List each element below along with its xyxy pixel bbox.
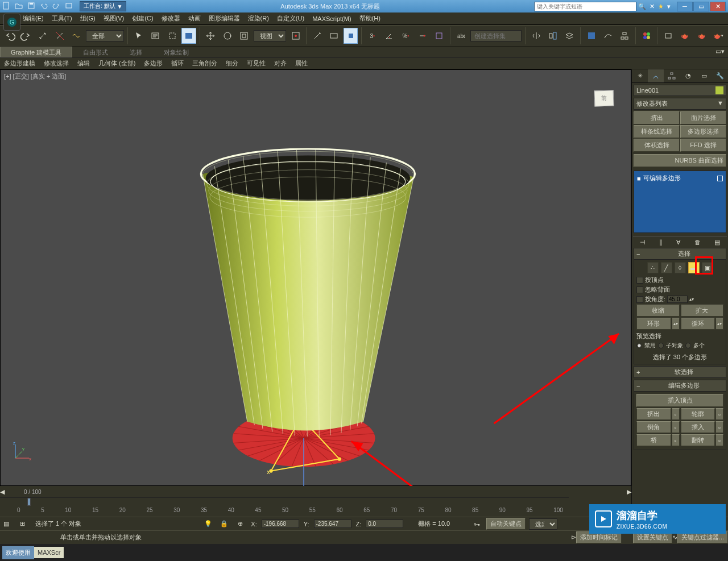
panel-visibility[interactable]: 可见性	[243, 58, 270, 69]
named-sel-icon[interactable]: abc	[454, 28, 468, 44]
tab-selection[interactable]: 选择	[119, 47, 153, 57]
mod-spline-select-button[interactable]: 样条线选择	[634, 125, 680, 138]
bridge-button[interactable]: 桥	[636, 434, 671, 446]
render-button[interactable]: 🫖	[694, 28, 709, 44]
menu-help[interactable]: 帮助(H)	[359, 14, 380, 23]
ribbon-collapse-icon[interactable]: ▭▾	[712, 47, 728, 57]
panel-subdivision[interactable]: 细分	[222, 58, 242, 69]
layers-button[interactable]	[562, 28, 577, 44]
ring-button[interactable]: 环形	[636, 318, 671, 330]
subobj-polygon-icon[interactable]: ▬	[688, 262, 700, 273]
qat-new-icon[interactable]	[2, 2, 11, 11]
loop-spinner[interactable]: ▴▾	[715, 318, 723, 330]
menu-views[interactable]: 视图(V)	[104, 14, 125, 23]
outline-settings-button[interactable]: ▫	[715, 408, 723, 420]
panel-poly-modeling[interactable]: 多边形建模	[0, 58, 39, 69]
mod-vol-select-button[interactable]: 体积选择	[634, 139, 680, 152]
mod-poly-select-button[interactable]: 多边形选择	[680, 125, 726, 138]
spinner-snap-button[interactable]	[415, 28, 429, 44]
search-icon[interactable]: 🔍	[638, 3, 646, 10]
stack-item-editable-poly[interactable]: ■ 可编辑多边形	[636, 173, 724, 184]
qat-project-icon[interactable]	[65, 2, 74, 11]
extrude-button[interactable]: 挤出	[636, 408, 671, 420]
bind-spacewarp-button[interactable]	[69, 28, 83, 44]
selected-object-name[interactable]: Line001	[634, 85, 726, 96]
key-icon[interactable]: 🗝	[470, 518, 483, 530]
panel-modify-selection[interactable]: 修改选择	[40, 58, 73, 69]
ignore-backfacing-checkbox[interactable]: 忽略背面	[636, 285, 723, 294]
align-button[interactable]	[545, 28, 560, 44]
tab-object-paint[interactable]: 对象绘制	[153, 47, 200, 57]
tab-freeform[interactable]: 自由形式	[72, 47, 119, 57]
render-production-button[interactable]: 🫖▾	[711, 28, 725, 44]
panel-geometry[interactable]: 几何体 (全部)	[94, 58, 139, 69]
angle-spinner[interactable]	[667, 296, 688, 303]
by-angle-checkbox[interactable]: 按角度: ▴▾	[636, 295, 723, 304]
qat-undo-icon[interactable]	[40, 2, 49, 11]
keyboard-shortcut-button[interactable]	[327, 28, 341, 44]
y-coord-field[interactable]: -235.647	[314, 520, 351, 528]
mod-nurbs-button[interactable]: NURBS 曲面选择	[634, 154, 726, 167]
configure-sets-icon[interactable]: ▤	[714, 239, 720, 246]
key-filter-icon[interactable]: ∿	[672, 534, 677, 541]
select-region-button[interactable]	[165, 28, 179, 44]
select-rotate-button[interactable]	[220, 28, 234, 44]
menu-edit[interactable]: 编辑(E)	[23, 14, 44, 23]
rollout-selection-header[interactable]: −选择	[634, 248, 726, 260]
subobj-vertex-icon[interactable]: ∴	[647, 262, 659, 273]
extrude-settings-button[interactable]: ▫	[672, 408, 680, 420]
bevel-button[interactable]: 倒角	[636, 421, 671, 433]
menu-rendering[interactable]: 渲染(R)	[248, 14, 269, 23]
rollout-soft-selection-header[interactable]: +软选择	[634, 366, 726, 378]
inset-button[interactable]: 插入	[681, 421, 715, 433]
tab-create-icon[interactable]: ✳	[632, 69, 648, 82]
panel-polygons[interactable]: 多边形	[140, 58, 167, 69]
tab-modify-icon[interactable]	[648, 69, 664, 82]
inset-settings-button[interactable]: ▫	[715, 421, 723, 433]
angle-snap-button[interactable]	[382, 28, 396, 44]
expand-icon[interactable]: ■	[637, 175, 641, 182]
panel-tris[interactable]: 三角剖分	[188, 58, 221, 69]
menu-graph-editors[interactable]: 图形编辑器	[209, 14, 240, 23]
snap-toggle-button[interactable]	[344, 28, 358, 44]
key-mode-dropdown[interactable]: 选定对	[529, 518, 557, 530]
subobj-border-icon[interactable]: ◊	[675, 262, 686, 273]
maximize-button[interactable]: ▭	[693, 2, 709, 11]
signin-icon[interactable]: ▾	[667, 3, 671, 10]
object-color-swatch[interactable]	[715, 86, 723, 94]
favorites-icon[interactable]: ★	[658, 3, 664, 10]
menu-animation[interactable]: 动画	[188, 14, 201, 23]
modifier-list-dropdown[interactable]: 修改器列表▼	[634, 98, 726, 110]
schematic-view-button[interactable]	[618, 28, 632, 44]
insert-vertex-button[interactable]: 插入顶点	[636, 394, 723, 407]
outline-button[interactable]: 轮廓	[681, 408, 715, 420]
window-crossing-button[interactable]	[181, 28, 196, 44]
maxscript-tab[interactable]: MAXScr	[34, 547, 64, 558]
time-scrubber[interactable]	[27, 498, 31, 506]
tab-graphite-modeling[interactable]: Graphite 建模工具	[0, 47, 72, 57]
auto-key-button[interactable]: 自动关键点	[486, 518, 526, 530]
viewport[interactable]: [+] [正交] [真实 + 边面] 前 x y z	[0, 69, 631, 486]
abs-coord-icon[interactable]: 🔒	[218, 518, 230, 530]
panel-properties[interactable]: 属性	[291, 58, 312, 69]
manipulate-button[interactable]	[310, 28, 324, 44]
ring-spinner[interactable]: ▴▾	[672, 318, 680, 330]
selection-filter-dropdown[interactable]: 全部	[86, 30, 125, 41]
menu-create[interactable]: 创建(C)	[132, 14, 153, 23]
subobj-element-icon[interactable]: ▣	[702, 262, 713, 273]
tab-hierarchy-icon[interactable]	[664, 69, 680, 82]
tab-motion-icon[interactable]: ◔	[680, 69, 696, 82]
panel-align[interactable]: 对齐	[270, 58, 291, 69]
lock-selection-icon[interactable]: 💡	[202, 518, 214, 530]
unlink-button[interactable]	[52, 28, 67, 44]
menu-modifiers[interactable]: 修改器	[162, 14, 180, 23]
qat-redo-icon[interactable]	[52, 2, 61, 11]
welcome-tab[interactable]: 欢迎使用	[2, 546, 34, 559]
graphite-toggle-button[interactable]	[584, 28, 598, 44]
redo-button[interactable]	[19, 28, 33, 44]
pin-stack-icon[interactable]: ⊣	[640, 239, 646, 246]
panel-loops[interactable]: 循环	[167, 58, 188, 69]
percent-snap-button[interactable]: %▪	[399, 28, 413, 44]
tab-display-icon[interactable]: ▭	[696, 69, 712, 82]
ref-coord-dropdown[interactable]: 视图	[254, 30, 286, 41]
